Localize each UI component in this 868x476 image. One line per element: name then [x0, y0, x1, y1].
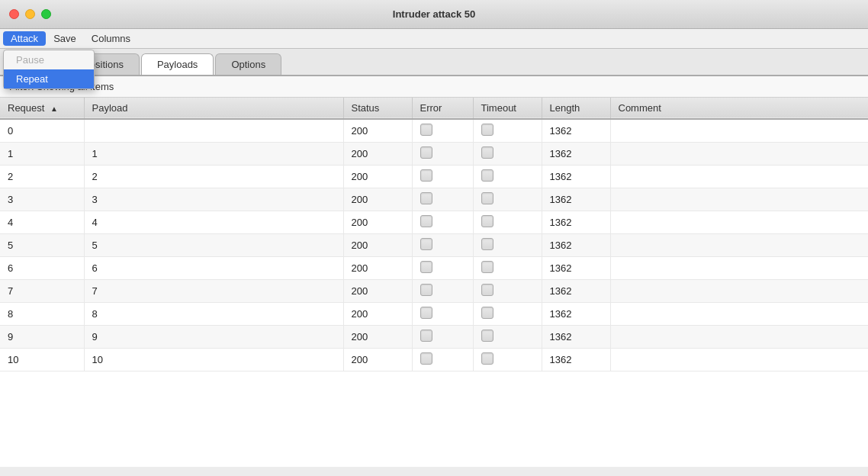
timeout-checkbox[interactable]	[481, 192, 493, 204]
menu-save[interactable]: Save	[46, 31, 84, 46]
table-row[interactable]: 112001362	[0, 143, 868, 166]
table-row[interactable]: 02001362	[0, 119, 868, 143]
menu-repeat[interactable]: Repeat	[4, 69, 94, 88]
timeout-checkbox[interactable]	[481, 215, 493, 227]
tabs-bar: Target Positions Payloads Options	[0, 49, 868, 76]
timeout-checkbox[interactable]	[481, 352, 493, 365]
timeout-checkbox[interactable]	[481, 261, 493, 273]
menu-pause[interactable]: Pause	[4, 50, 94, 69]
menu-columns[interactable]: Columns	[84, 31, 138, 46]
table-row[interactable]: 772001362	[0, 280, 868, 303]
table-row[interactable]: 552001362	[0, 234, 868, 257]
col-header-comment[interactable]: Comment	[610, 98, 868, 119]
timeout-checkbox[interactable]	[481, 330, 493, 342]
tab-options[interactable]: Options	[215, 53, 281, 75]
error-checkbox[interactable]	[420, 238, 432, 250]
error-checkbox[interactable]	[420, 284, 432, 296]
col-header-status[interactable]: Status	[343, 98, 412, 119]
results-table: Request ▲ Payload Status Error Timeout L…	[0, 98, 868, 371]
error-checkbox[interactable]	[420, 169, 432, 182]
close-button[interactable]	[9, 9, 19, 19]
window-controls	[9, 9, 51, 19]
attack-dropdown: Pause Repeat	[3, 50, 95, 89]
maximize-button[interactable]	[41, 9, 51, 19]
timeout-checkbox[interactable]	[481, 124, 493, 136]
title-bar: Intruder attack 50	[0, 0, 868, 29]
table-row[interactable]: 332001362	[0, 188, 868, 211]
table-row[interactable]: 10102001362	[0, 349, 868, 371]
error-checkbox[interactable]	[420, 330, 432, 342]
table-row[interactable]: 992001362	[0, 326, 868, 349]
col-header-timeout[interactable]: Timeout	[473, 98, 542, 119]
sort-arrow-request: ▲	[50, 105, 58, 113]
timeout-checkbox[interactable]	[481, 238, 493, 250]
error-checkbox[interactable]	[420, 307, 432, 319]
error-checkbox[interactable]	[420, 352, 432, 365]
error-checkbox[interactable]	[420, 261, 432, 273]
timeout-checkbox[interactable]	[481, 284, 493, 296]
minimize-button[interactable]	[25, 9, 35, 19]
results-table-container: Request ▲ Payload Status Error Timeout L…	[0, 98, 868, 467]
col-header-payload[interactable]: Payload	[84, 98, 343, 119]
col-header-request[interactable]: Request ▲	[0, 98, 84, 119]
col-header-length[interactable]: Length	[542, 98, 610, 119]
error-checkbox[interactable]	[420, 146, 432, 159]
error-checkbox[interactable]	[420, 192, 432, 204]
table-row[interactable]: 442001362	[0, 211, 868, 234]
timeout-checkbox[interactable]	[481, 307, 493, 319]
filter-bar: Filter: Showing all items	[0, 76, 868, 98]
table-row[interactable]: 882001362	[0, 303, 868, 326]
window-title: Intruder attack 50	[393, 8, 475, 20]
error-checkbox[interactable]	[420, 215, 432, 227]
error-checkbox[interactable]	[420, 124, 432, 136]
table-body: 0200136211200136222200136233200136244200…	[0, 119, 868, 371]
table-header-row: Request ▲ Payload Status Error Timeout L…	[0, 98, 868, 119]
table-row[interactable]: 662001362	[0, 257, 868, 280]
menu-attack[interactable]: Attack Pause Repeat	[3, 31, 46, 46]
menu-bar: Attack Pause Repeat Save Columns	[0, 29, 868, 49]
tab-payloads[interactable]: Payloads	[141, 53, 214, 75]
timeout-checkbox[interactable]	[481, 169, 493, 182]
col-header-error[interactable]: Error	[412, 98, 473, 119]
timeout-checkbox[interactable]	[481, 146, 493, 159]
table-row[interactable]: 222001362	[0, 166, 868, 188]
